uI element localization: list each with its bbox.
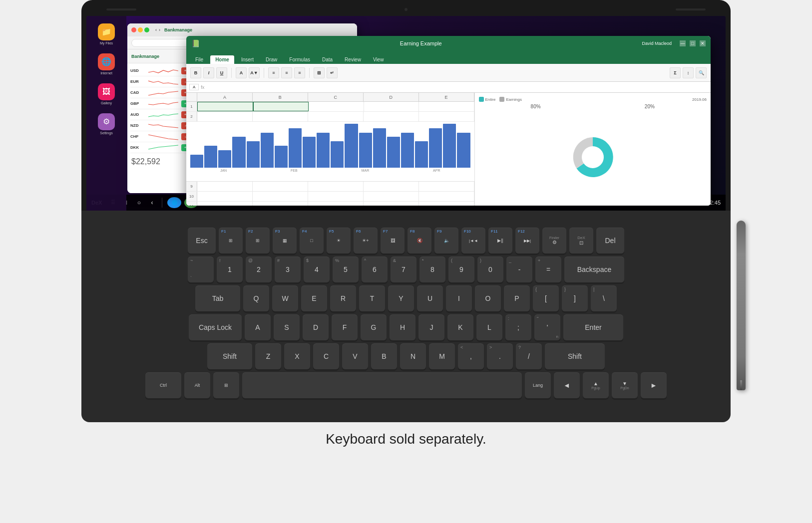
nav-forward[interactable]: › bbox=[159, 27, 160, 32]
key-a[interactable]: A bbox=[245, 314, 271, 340]
key-arrow-right[interactable]: ► bbox=[641, 372, 667, 398]
tab-review[interactable]: Review bbox=[340, 55, 366, 64]
key-enter[interactable]: Enter bbox=[563, 314, 623, 340]
cell-a11[interactable] bbox=[197, 202, 253, 206]
key-1[interactable]: ! 1 bbox=[217, 257, 243, 282]
key-f5[interactable]: F5 ☀ bbox=[327, 228, 351, 254]
maximize-icon[interactable]: □ bbox=[690, 40, 696, 46]
key-comma[interactable]: < , bbox=[458, 343, 484, 369]
cell-d11[interactable] bbox=[364, 202, 419, 206]
key-del[interactable]: Del bbox=[596, 228, 624, 254]
key-f9[interactable]: F9 🔈 bbox=[434, 228, 458, 254]
key-c[interactable]: C bbox=[313, 343, 339, 369]
key-3[interactable]: # 3 bbox=[275, 257, 301, 282]
key-n[interactable]: N bbox=[400, 343, 426, 369]
key-0[interactable]: ) 0 bbox=[477, 257, 503, 282]
maximize-btn[interactable] bbox=[144, 27, 149, 32]
fill-color-btn[interactable]: A▼ bbox=[249, 67, 260, 78]
key-8[interactable]: * 8 bbox=[419, 257, 445, 282]
key-f4[interactable]: F4 □ bbox=[300, 228, 324, 254]
key-f1[interactable]: F1 ⊞ bbox=[219, 228, 243, 254]
key-quote[interactable]: " ' n bbox=[534, 314, 560, 340]
cell-a10[interactable] bbox=[197, 192, 253, 201]
sort-btn[interactable]: ↕ bbox=[683, 67, 694, 78]
key-l[interactable]: L bbox=[476, 314, 502, 340]
key-lbracket[interactable]: { [ bbox=[533, 285, 559, 311]
tab-insert[interactable]: Insert bbox=[236, 55, 259, 64]
key-h[interactable]: H bbox=[390, 314, 415, 340]
key-w[interactable]: W bbox=[272, 285, 298, 311]
key-arrow-left[interactable]: ◄ bbox=[554, 372, 580, 398]
key-k[interactable]: K bbox=[447, 314, 473, 340]
search-btn[interactable]: 🔍 bbox=[696, 67, 707, 78]
key-j[interactable]: J bbox=[418, 314, 444, 340]
key-backtick[interactable]: ~ ` bbox=[188, 257, 214, 282]
font-color-btn[interactable]: A bbox=[236, 67, 247, 78]
sum-btn[interactable]: Σ bbox=[670, 67, 681, 78]
key-f8[interactable]: F8 🔇 bbox=[407, 228, 431, 254]
key-s[interactable]: S bbox=[274, 314, 300, 340]
cell-e11[interactable] bbox=[419, 202, 474, 206]
key-backslash[interactable]: | \ bbox=[591, 285, 617, 311]
tab-home[interactable]: Home bbox=[210, 55, 234, 64]
key-f12[interactable]: F12 ▶▶| bbox=[515, 228, 539, 254]
align-center-btn[interactable]: ≡ bbox=[281, 67, 292, 78]
align-right-btn[interactable]: ≡ bbox=[294, 67, 305, 78]
key-6[interactable]: ^ 6 bbox=[362, 257, 388, 282]
cell-c9[interactable] bbox=[308, 182, 364, 191]
key-shift-right[interactable]: Shift bbox=[545, 343, 605, 369]
key-tab[interactable]: Tab bbox=[195, 285, 240, 311]
taskbar-app-blue[interactable]: 🌐 bbox=[167, 197, 181, 208]
key-x[interactable]: X bbox=[284, 343, 310, 369]
tab-file[interactable]: File bbox=[190, 55, 208, 64]
key-2[interactable]: @ 2 bbox=[246, 257, 272, 282]
cell-d10[interactable] bbox=[364, 192, 419, 201]
key-t[interactable]: T bbox=[359, 285, 385, 311]
cell-c11[interactable] bbox=[308, 202, 364, 206]
key-d[interactable]: D bbox=[303, 314, 329, 340]
key-f10[interactable]: F10 |◄◄ bbox=[461, 228, 485, 254]
cell-d2[interactable] bbox=[364, 112, 419, 121]
key-space[interactable] bbox=[242, 372, 522, 398]
app-icon-myfiles[interactable]: 📁 My Files bbox=[93, 21, 119, 47]
app-icon-gallery[interactable]: 🖼 Gallery bbox=[93, 81, 119, 107]
taskbar-circle-icon[interactable]: ○ bbox=[134, 198, 144, 208]
cell-b9[interactable] bbox=[253, 182, 308, 191]
key-meta[interactable]: ⊞ bbox=[213, 372, 239, 398]
close-btn[interactable] bbox=[131, 27, 136, 32]
cell-b2[interactable] bbox=[253, 112, 308, 121]
key-semicolon[interactable]: : ; bbox=[505, 314, 531, 340]
key-arrow-down[interactable]: ▼ PgDn bbox=[612, 372, 638, 398]
key-rbracket[interactable]: } ] bbox=[562, 285, 588, 311]
taskbar-back-icon[interactable]: ‹ bbox=[147, 198, 157, 208]
cell-e9[interactable] bbox=[419, 182, 474, 191]
key-y[interactable]: Y bbox=[388, 285, 414, 311]
align-left-btn[interactable]: ≡ bbox=[268, 67, 279, 78]
key-f3[interactable]: F3 ▦ bbox=[273, 228, 297, 254]
key-u[interactable]: U bbox=[417, 285, 443, 311]
cell-b1[interactable] bbox=[253, 102, 309, 111]
key-equals[interactable]: + = bbox=[535, 257, 561, 282]
italic-btn[interactable]: I bbox=[203, 67, 214, 78]
cell-e1[interactable] bbox=[419, 102, 474, 111]
key-i[interactable]: I bbox=[446, 285, 472, 311]
cell-b11[interactable] bbox=[253, 202, 308, 206]
key-finder[interactable]: Finder ⚙ bbox=[542, 228, 566, 254]
key-q[interactable]: Q bbox=[243, 285, 269, 311]
key-e[interactable]: E bbox=[301, 285, 327, 311]
cell-e2[interactable] bbox=[419, 112, 474, 121]
tab-formulas[interactable]: Formulas bbox=[284, 55, 315, 64]
key-9[interactable]: ( 9 bbox=[448, 257, 474, 282]
cell-a1[interactable] bbox=[197, 102, 253, 111]
key-shift-left[interactable]: Shift bbox=[207, 343, 252, 369]
tab-draw[interactable]: Draw bbox=[261, 55, 282, 64]
key-lang[interactable]: Lang bbox=[525, 372, 551, 398]
key-b[interactable]: B bbox=[371, 343, 397, 369]
cell-c1[interactable] bbox=[309, 102, 364, 111]
key-f[interactable]: F bbox=[332, 314, 358, 340]
key-m[interactable]: M bbox=[429, 343, 455, 369]
key-dex[interactable]: DeX ⊡ bbox=[569, 228, 593, 254]
cell-d1[interactable] bbox=[364, 102, 419, 111]
key-g[interactable]: G bbox=[361, 314, 387, 340]
app-icon-internet[interactable]: 🌐 Internet bbox=[93, 51, 119, 77]
